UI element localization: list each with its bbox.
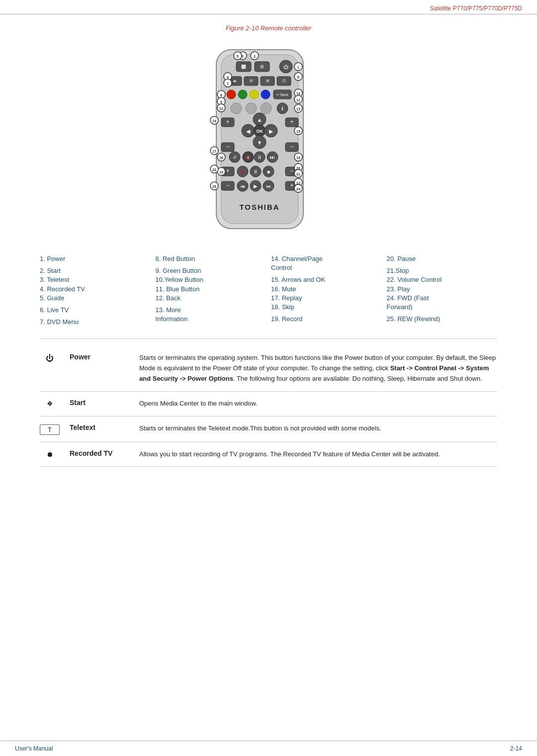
remote-diagram: ⬜ ⊞ ⏻ ⏏ ⊟ ⊞ ⊡ ↩ Back <box>144 41 393 254</box>
svg-text:+: + <box>226 118 229 125</box>
legend-item-3: 3. Teletext <box>40 275 151 284</box>
svg-text:⏻: ⏻ <box>283 64 288 70</box>
power-name: Power <box>70 353 129 361</box>
start-name: Start <box>70 399 129 407</box>
svg-text:⬜: ⬜ <box>241 64 246 69</box>
feature-row-start: ❖ Start Opens Media Center to the main w… <box>40 392 497 417</box>
svg-text:24: 24 <box>296 187 300 191</box>
legend-item-24: 24. FWD (FastForward) <box>387 294 498 312</box>
svg-text:⊞: ⊞ <box>266 79 269 83</box>
page-header: Satellite P770/P775/P770D/P775D <box>0 0 537 14</box>
legend-item-5: 5. Guide <box>40 294 151 303</box>
svg-text:🔇: 🔇 <box>246 155 251 160</box>
svg-point-24 <box>261 103 271 114</box>
svg-text:▶: ▶ <box>254 183 258 189</box>
svg-point-23 <box>246 103 257 114</box>
legend-item-9: 9. Green Button <box>156 266 267 275</box>
svg-text:−: − <box>226 143 229 150</box>
svg-text:↩ Back: ↩ Back <box>276 93 288 96</box>
svg-point-16 <box>227 90 236 99</box>
legend-col-4: 20. Pause 21.Stop 22. Volume Control 23.… <box>387 254 498 327</box>
teletext-icon: T <box>40 424 60 435</box>
svg-point-19 <box>261 90 270 99</box>
svg-text:15: 15 <box>296 130 300 133</box>
svg-text:⏸: ⏸ <box>253 169 258 174</box>
page-footer: User's Manual 2-14 <box>0 741 537 756</box>
svg-text:11: 11 <box>296 98 300 102</box>
svg-point-18 <box>250 90 259 99</box>
footer-right: 2-14 <box>510 745 522 752</box>
recorded-tv-desc: Allows you to start recording of TV prog… <box>139 449 497 460</box>
svg-text:13: 13 <box>296 107 300 111</box>
svg-text:■: ■ <box>267 169 270 174</box>
svg-text:+: + <box>290 182 293 189</box>
legend-item-23: 23. Play <box>387 285 498 294</box>
svg-text:18: 18 <box>296 156 300 160</box>
svg-text:TOSHIBA: TOSHIBA <box>239 203 279 211</box>
teletext-name: Teletext <box>70 423 129 431</box>
legend-item-6: 6. Live TV <box>40 306 151 315</box>
legend-item-17: 17. Replay <box>271 294 382 303</box>
svg-text:21: 21 <box>296 172 300 176</box>
svg-text:⏭: ⏭ <box>267 184 271 189</box>
feature-row-teletext: T Teletext Starts or terminates the Tele… <box>40 417 497 442</box>
legend-item-10: 10.Yellow Button <box>156 275 267 284</box>
teletext-desc: Starts or terminates the Teletext mode.T… <box>139 423 497 434</box>
svg-text:6: 6 <box>297 76 299 79</box>
legend-item-15: 15. Arrows and OK <box>271 275 382 284</box>
section-divider <box>40 338 497 339</box>
svg-text:⏏: ⏏ <box>233 79 237 83</box>
legend-col-3: 14. Channel/PageControl 15. Arrows and O… <box>271 254 382 327</box>
legend-col-2: 8. Red Button 9. Green Button 10.Yellow … <box>156 254 267 327</box>
legend-item-22: 22. Volume Control <box>387 275 498 284</box>
recorded-tv-icon: ⏺ <box>40 450 60 458</box>
svg-text:19: 19 <box>219 170 223 174</box>
legend-item-8: 8. Red Button <box>156 254 267 263</box>
power-desc: Starts or terminates the operating syste… <box>139 353 497 384</box>
header-title: Satellite P770/P775/P770D/P775D <box>430 5 522 12</box>
svg-point-17 <box>238 90 247 99</box>
svg-text:OK: OK <box>256 129 263 134</box>
page-content: Figure 2-10 Remote controller ⬜ ⊞ ⏻ ⏏ ⊟ <box>0 14 537 477</box>
svg-text:10: 10 <box>296 92 300 95</box>
remote-svg: ⬜ ⊞ ⏻ ⏏ ⊟ ⊞ ⊡ ↩ Back <box>144 41 393 254</box>
start-desc: Opens Media Center to the main window. <box>139 399 497 409</box>
svg-text:⏭: ⏭ <box>270 155 275 160</box>
legend-item-12: 12. Back <box>156 294 267 303</box>
legend-item-16: 16. Mute <box>271 285 382 294</box>
start-icon: ❖ <box>40 400 60 408</box>
svg-text:8: 8 <box>220 93 222 97</box>
svg-text:−: − <box>290 168 293 174</box>
svg-text:⏸: ⏸ <box>257 155 262 160</box>
svg-text:+: + <box>226 168 229 174</box>
svg-text:▲: ▲ <box>257 117 263 123</box>
svg-text:1: 1 <box>297 66 299 69</box>
legend-item-18: 18. Skip <box>271 303 382 312</box>
legend-grid: 1. Power 2. Start 3. Teletext 4. Recorde… <box>40 254 497 327</box>
svg-text:ℹ: ℹ <box>281 106 283 111</box>
legend-item-21: 21.Stop <box>387 266 498 275</box>
svg-text:⊟: ⊟ <box>250 79 253 83</box>
legend-item-25: 25. REW (Rewind) <box>387 315 498 324</box>
svg-text:↺: ↺ <box>233 155 237 160</box>
svg-text:●: ● <box>241 169 244 174</box>
footer-left: User's Manual <box>15 745 53 752</box>
svg-text:−: − <box>290 143 293 150</box>
svg-text:⏮: ⏮ <box>241 184 245 189</box>
legend-col-1: 1. Power 2. Start 3. Teletext 4. Recorde… <box>40 254 151 327</box>
power-icon: ⏻ <box>40 354 60 363</box>
recorded-tv-name: Recorded TV <box>70 449 129 457</box>
svg-text:7: 7 <box>227 82 229 85</box>
svg-text:25: 25 <box>212 185 216 188</box>
svg-text:+: + <box>290 118 293 125</box>
legend-item-13: 13. MoreInformation <box>156 306 267 324</box>
legend-item-2: 2. Start <box>40 266 151 275</box>
svg-text:17: 17 <box>212 150 216 153</box>
legend-item-7: 7. DVD Menu <box>40 318 151 327</box>
legend-item-19: 19. Record <box>271 315 382 324</box>
legend-item-20: 20. Pause <box>387 254 498 263</box>
svg-text:2: 2 <box>254 55 256 58</box>
feature-row-recorded-tv: ⏺ Recorded TV Allows you to start record… <box>40 442 497 467</box>
svg-text:◀: ◀ <box>246 128 251 134</box>
svg-text:9: 9 <box>220 100 222 104</box>
